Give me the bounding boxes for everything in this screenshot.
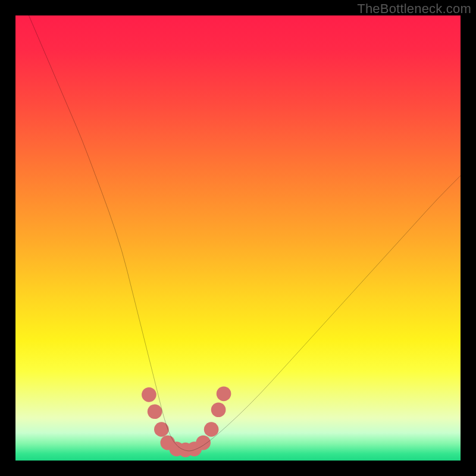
marker-dot bbox=[142, 387, 156, 402]
marker-dot bbox=[217, 386, 231, 401]
watermark-text: TheBottleneck.com bbox=[357, 1, 471, 17]
marker-dot bbox=[196, 436, 211, 450]
curve-layer bbox=[15, 15, 461, 461]
bottleneck-curve bbox=[29, 15, 461, 451]
chart-frame: TheBottleneck.com bbox=[0, 0, 476, 476]
marker-dot bbox=[148, 404, 162, 419]
marker-dots bbox=[142, 386, 231, 457]
plot-area bbox=[15, 15, 461, 461]
marker-dot bbox=[154, 422, 169, 437]
marker-dot bbox=[211, 402, 226, 417]
marker-dot bbox=[204, 422, 219, 437]
